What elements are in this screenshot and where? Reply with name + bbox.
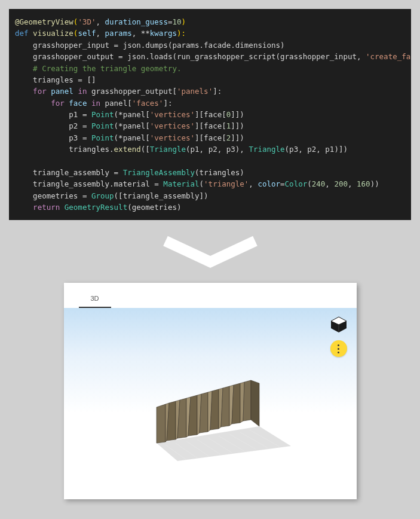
chevron-down-icon (160, 235, 261, 271)
viewer-canvas[interactable] (64, 308, 357, 499)
svg-marker-29 (243, 380, 251, 421)
arrow-separator (9, 235, 411, 271)
tab-3d[interactable]: 3D (79, 290, 111, 308)
code-editor: @GeometryView('3D', duration_guess=10) d… (9, 9, 411, 220)
viewer-tabs: 3D (64, 283, 357, 308)
svg-marker-13 (157, 404, 165, 443)
geometry-viewer-card: 3D (64, 283, 357, 499)
view-cube-icon[interactable] (329, 315, 348, 334)
facade-geometry (121, 365, 300, 473)
decorator: @GeometryView (15, 17, 73, 26)
more-options-button[interactable] (330, 340, 347, 357)
svg-marker-30 (251, 380, 259, 426)
